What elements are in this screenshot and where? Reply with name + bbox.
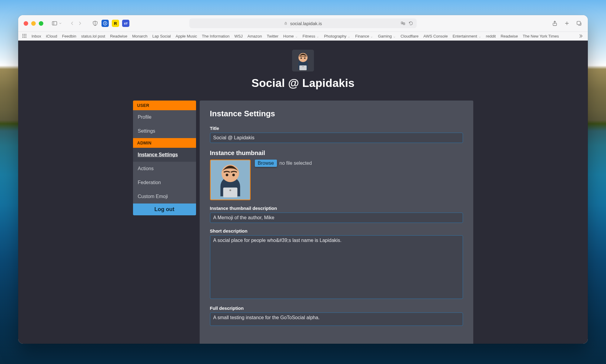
bookmarks-bar: InboxiCloudFeedbinstatus.lol postReadwis… [18, 32, 588, 41]
minimize-window-button[interactable] [31, 21, 36, 26]
chevron-down-icon [478, 35, 481, 38]
bookmark-item[interactable]: WSJ [234, 34, 242, 38]
svg-rect-0 [52, 22, 57, 25]
bookmark-label: status.lol post [81, 34, 105, 38]
chevron-down-icon [348, 35, 350, 38]
translate-icon[interactable]: 文A [400, 21, 406, 26]
bookmark-item[interactable]: The Information [202, 34, 229, 38]
bookmark-item[interactable]: Home [283, 34, 298, 38]
bookmarks-grid-icon[interactable] [22, 34, 27, 38]
svg-text:A: A [404, 23, 405, 25]
chevron-down-icon [295, 35, 298, 38]
sidebar-item-instance-settings[interactable]: Instance Settings [133, 148, 196, 162]
back-button[interactable] [69, 20, 75, 27]
svg-point-22 [229, 189, 231, 191]
sidebar-section-user: USER [133, 101, 196, 110]
sidebar-toggle-button[interactable] [49, 19, 64, 28]
bookmark-item[interactable]: iCloud [46, 34, 57, 38]
toolbar-right [551, 20, 582, 27]
bookmark-label: iCloud [46, 34, 57, 38]
bookmark-item[interactable]: AWS Console [423, 34, 448, 38]
share-button[interactable] [551, 20, 558, 27]
full-desc-textarea[interactable]: A small testing instance for the GoToSoc… [210, 313, 463, 326]
1password-extension-icon[interactable] [102, 20, 109, 27]
sidebar-item-custom-emoji[interactable]: Custom Emoji [133, 190, 196, 204]
sidebar-item-federation[interactable]: Federation [133, 176, 196, 190]
svg-point-19 [304, 58, 306, 59]
logout-button[interactable]: Log out [133, 204, 196, 215]
bookmark-item[interactable]: Cloudflare [401, 34, 418, 38]
sidebar-section-admin: ADMIN [133, 138, 196, 148]
browse-button[interactable]: Browse [255, 160, 277, 167]
bookmark-item[interactable]: reddit [486, 34, 496, 38]
bookmark-label: WSJ [234, 34, 242, 38]
bookmark-item[interactable]: The New York Times [523, 34, 559, 38]
bookmark-label: Readwise [110, 34, 127, 38]
bookmark-item[interactable]: status.lol post [81, 34, 105, 38]
svg-point-24 [225, 174, 228, 176]
bookmarks-overflow-icon[interactable] [577, 33, 584, 39]
thumbnail-desc-input[interactable] [210, 213, 463, 223]
full-desc-label: Full description [210, 306, 463, 311]
bookmark-item[interactable]: Twitter [267, 34, 278, 38]
forward-button[interactable] [77, 20, 83, 27]
settings-heading: Instance Settings [210, 109, 463, 118]
bookmark-label: Lap Social [152, 34, 171, 38]
lock-icon [284, 22, 288, 25]
bookmark-item[interactable]: Gaming [378, 34, 396, 38]
bookmark-item[interactable]: Fitness [303, 34, 319, 38]
bookmark-label: Apple Music [176, 34, 197, 38]
page-viewport: Social @ Lapidakis USER ProfileSettings … [18, 41, 588, 344]
short-desc-label: Short description [210, 228, 463, 233]
svg-text:文: 文 [401, 22, 403, 24]
svg-point-16 [303, 66, 304, 67]
tab-overview-button[interactable] [576, 20, 582, 27]
thumbnail-preview [210, 160, 251, 200]
bookmark-label: Entertainment [453, 34, 477, 38]
bookmark-item[interactable]: Inbox [32, 34, 41, 38]
bookmark-label: Gaming [378, 34, 392, 38]
sidebar-item-profile[interactable]: Profile [133, 110, 196, 124]
bookmark-item[interactable]: Lap Social [152, 34, 171, 38]
short-desc-textarea[interactable]: A social place for people who&#39;s last… [210, 235, 463, 299]
chevron-down-icon [393, 35, 396, 38]
chevron-down-icon [58, 20, 62, 27]
extension-r-icon[interactable]: R [112, 20, 119, 27]
address-bar[interactable]: social.lapidak.is 文A [189, 18, 417, 28]
bookmark-item[interactable]: Finance [355, 34, 373, 38]
bookmark-label: Feedbin [62, 34, 76, 38]
bookmark-item[interactable]: Photography [324, 34, 350, 38]
bookmark-label: The New York Times [523, 34, 559, 38]
bookmark-label: reddit [486, 34, 496, 38]
svg-rect-4 [105, 22, 105, 25]
sidebar-item-actions[interactable]: Actions [133, 162, 196, 176]
svg-rect-15 [299, 65, 307, 70]
address-bar-actions: 文A [400, 21, 414, 26]
svg-rect-5 [285, 23, 287, 25]
privacy-shield-icon[interactable] [92, 20, 98, 27]
reload-button[interactable] [408, 21, 414, 26]
bookmark-item[interactable]: Entertainment [453, 34, 481, 38]
bookmark-label: Monarch [132, 34, 148, 38]
chevron-down-icon [316, 35, 319, 38]
maximize-window-button[interactable] [39, 21, 43, 26]
bookmark-item[interactable]: Feedbin [62, 34, 76, 38]
bookmark-item[interactable]: Amazon [248, 34, 262, 38]
bookmark-item[interactable]: Monarch [132, 34, 148, 38]
bookmark-label: The Information [202, 34, 229, 38]
bookmark-label: Twitter [267, 34, 278, 38]
bookmark-item[interactable]: Apple Music [176, 34, 197, 38]
bookmark-item[interactable]: Readwise [110, 34, 127, 38]
new-tab-button[interactable] [564, 20, 570, 27]
bookmark-label: Home [283, 34, 294, 38]
memoji-icon [292, 50, 314, 71]
sidebar-item-settings[interactable]: Settings [133, 124, 196, 138]
bookmark-label: Photography [324, 34, 346, 38]
chevron-down-icon [370, 35, 373, 38]
bookmark-label: Finance [355, 34, 369, 38]
extension-st-icon[interactable]: sᴛ [122, 20, 129, 27]
bookmark-item[interactable]: Readwise [501, 34, 518, 38]
bookmark-label: Amazon [248, 34, 262, 38]
title-input[interactable] [210, 133, 463, 143]
close-window-button[interactable] [24, 21, 28, 26]
